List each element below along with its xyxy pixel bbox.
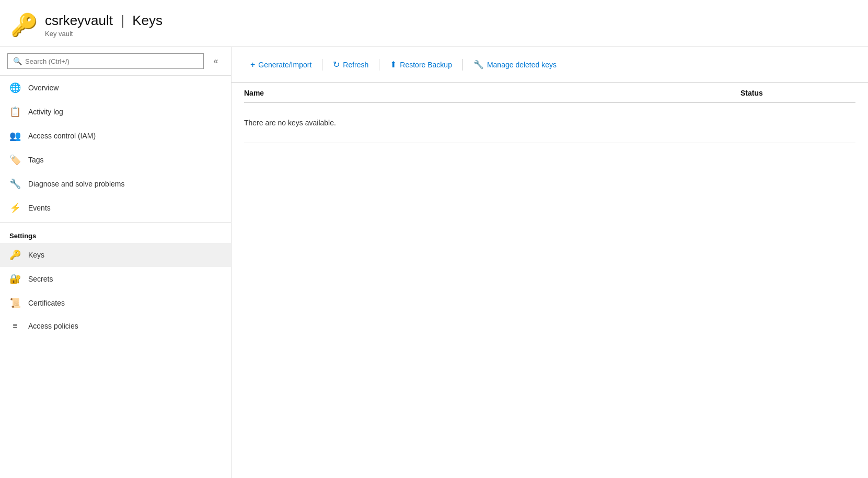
settings-section-label: Settings	[0, 225, 231, 243]
sidebar-nav: 🌐 Overview 📋 Activity log 👥 Access contr…	[0, 76, 231, 478]
generate-icon: +	[250, 60, 255, 69]
refresh-icon: ↻	[333, 60, 340, 69]
header-text: csrkeyvault | Keys Key vault	[45, 13, 163, 38]
sidebar-item-overview[interactable]: 🌐 Overview	[0, 76, 231, 100]
sidebar-item-secrets[interactable]: 🔐 Secrets	[0, 267, 231, 291]
page-section-title: Keys	[132, 13, 163, 28]
search-icon: 🔍	[13, 57, 22, 65]
toolbar: + Generate/Import ↻ Refresh ⬆ Restore Ba…	[232, 47, 868, 83]
refresh-label: Refresh	[343, 61, 368, 69]
sidebar-item-diagnose[interactable]: 🔧 Diagnose and solve problems	[0, 172, 231, 196]
events-icon: ⚡	[9, 202, 21, 214]
toolbar-separator-3	[462, 59, 463, 71]
access-policies-icon: ≡	[9, 321, 21, 331]
collapse-button[interactable]: «	[208, 53, 224, 69]
manage-deleted-button[interactable]: 🔧 Manage deleted keys	[467, 56, 563, 73]
toolbar-separator-1	[322, 59, 322, 71]
sidebar-item-label-overview: Overview	[28, 84, 59, 92]
search-input[interactable]	[25, 57, 198, 65]
sidebar-item-label-access-control: Access control (IAM)	[28, 132, 96, 140]
nav-divider	[0, 222, 231, 223]
manage-deleted-label: Manage deleted keys	[487, 61, 557, 69]
diagnose-icon: 🔧	[9, 178, 21, 190]
sidebar-item-label-tags: Tags	[28, 156, 44, 164]
certificates-icon: 📜	[9, 297, 21, 309]
activity-log-icon: 📋	[9, 106, 21, 118]
table-header: Name Status	[244, 83, 855, 103]
sidebar: 🔍 « 🌐 Overview 📋 Activity log 👥 Access c…	[0, 47, 232, 478]
key-vault-icon: 🔑	[10, 14, 38, 36]
tags-icon: 🏷️	[9, 154, 21, 166]
refresh-button[interactable]: ↻ Refresh	[327, 56, 375, 73]
toolbar-separator-2	[379, 59, 379, 71]
sidebar-item-label-secrets: Secrets	[28, 275, 53, 283]
sidebar-item-label-events: Events	[28, 204, 51, 212]
app-container: 🔑 csrkeyvault | Keys Key vault 🔍 « 🌐	[0, 0, 868, 478]
table-area: Name Status There are no keys available.	[232, 83, 868, 478]
search-container: 🔍 «	[0, 47, 231, 76]
page-subtitle: Key vault	[45, 30, 163, 38]
title-separator: |	[121, 13, 124, 28]
vault-name: csrkeyvault	[45, 13, 113, 28]
main-layout: 🔍 « 🌐 Overview 📋 Activity log 👥 Access c…	[0, 47, 868, 478]
sidebar-item-access-policies[interactable]: ≡ Access policies	[0, 315, 231, 337]
page-header: 🔑 csrkeyvault | Keys Key vault	[0, 0, 868, 47]
sidebar-item-keys[interactable]: 🔑 Keys	[0, 243, 231, 267]
sidebar-item-label-activity-log: Activity log	[28, 108, 63, 116]
access-control-icon: 👥	[9, 130, 21, 142]
table-empty-row: There are no keys available.	[244, 103, 855, 143]
restore-icon: ⬆	[390, 60, 397, 69]
sidebar-item-activity-log[interactable]: 📋 Activity log	[0, 100, 231, 124]
sidebar-item-label-diagnose: Diagnose and solve problems	[28, 180, 124, 188]
sidebar-item-access-control[interactable]: 👥 Access control (IAM)	[0, 124, 231, 148]
restore-backup-button[interactable]: ⬆ Restore Backup	[384, 56, 458, 73]
generate-import-label: Generate/Import	[258, 61, 311, 69]
page-title: csrkeyvault | Keys	[45, 13, 163, 29]
keys-icon: 🔑	[9, 249, 21, 261]
sidebar-item-label-access-policies: Access policies	[28, 322, 78, 330]
secrets-icon: 🔐	[9, 273, 21, 285]
sidebar-item-label-keys: Keys	[28, 251, 44, 259]
sidebar-item-label-certificates: Certificates	[28, 299, 65, 307]
sidebar-item-certificates[interactable]: 📜 Certificates	[0, 291, 231, 315]
empty-message: There are no keys available.	[244, 110, 336, 135]
sidebar-item-tags[interactable]: 🏷️ Tags	[0, 148, 231, 172]
overview-icon: 🌐	[9, 82, 21, 94]
manage-deleted-icon: 🔧	[473, 60, 484, 69]
col-name-header: Name	[244, 89, 740, 97]
sidebar-item-events[interactable]: ⚡ Events	[0, 196, 231, 220]
restore-backup-label: Restore Backup	[400, 61, 452, 69]
search-box[interactable]: 🔍	[7, 53, 204, 69]
generate-import-button[interactable]: + Generate/Import	[244, 57, 318, 73]
content-area: + Generate/Import ↻ Refresh ⬆ Restore Ba…	[232, 47, 868, 478]
col-status-header: Status	[740, 89, 855, 97]
